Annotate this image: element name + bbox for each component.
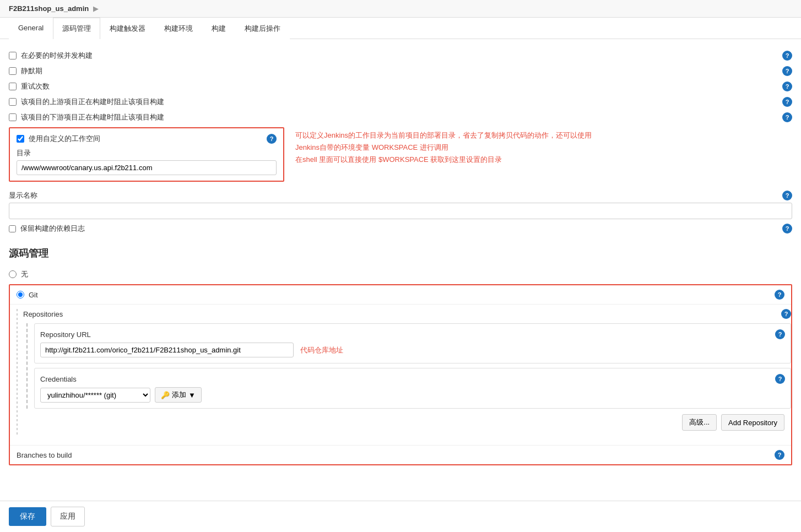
help-icon-3[interactable]: ? [782,82,792,91]
workspace-annotation-wrapper: 使用自定义的工作空间 ? 目录 可以定义Jenkins的工作目录为当前项目的部署… [9,125,792,184]
help-icon-workspace[interactable]: ? [267,134,277,144]
radio-none-label: 无 [21,269,28,279]
repositories-label: Repositories [23,310,63,318]
tab-env[interactable]: 构建环境 [155,18,202,39]
retain-logs-checkbox[interactable] [9,225,16,232]
advanced-button[interactable]: 高级... [682,414,717,431]
radio-git[interactable] [17,291,24,298]
workspace-section-wrapper: 使用自定义的工作空间 ? 目录 [9,125,284,184]
apply-button[interactable]: 应用 [51,507,85,509]
tab-general[interactable]: General [9,18,53,39]
checkbox-4-label: 该项目的上游项目正在构建时阻止该项目构建 [21,97,164,107]
annotation-line1: 可以定义Jenkins的工作目录为当前项目的部署目录，省去了复制拷贝代码的动作，… [295,131,592,139]
retain-logs-label: 保留构建的依赖日志 [20,224,85,234]
tab-triggers[interactable]: 构建触发器 [100,18,155,39]
credentials-label: Credentials ? [40,374,785,384]
branches-to-build-label: Branches to build [17,451,72,459]
annotation-text: 可以定义Jenkins的工作目录为当前项目的部署目录，省去了复制拷贝代码的动作，… [295,129,792,166]
repo-url-annotation: 代码仓库地址 [300,345,343,355]
display-name-label: 显示名称 ? [9,191,792,200]
repo-url-input[interactable] [40,343,294,357]
git-vert-line [17,309,18,436]
checkbox-5-label: 该项目的下游项目正在构建时阻止该项目构建 [21,112,164,122]
help-icon-retain[interactable]: ? [782,224,792,234]
display-name-input[interactable] [9,203,792,219]
help-icon-5[interactable]: ? [782,112,792,122]
workspace-checkbox-label: 使用自定义的工作空间 [29,134,100,144]
repositories-header: Repositories ? [23,309,791,319]
checkbox-1-label: 在必要的时候并发构建 [21,51,93,61]
checkbox-row-2: 静默期 ? [9,63,792,79]
bottom-action-bar: 保存 应用 [0,501,801,509]
help-icon-1[interactable]: ? [782,51,792,61]
help-icon-credentials[interactable]: ? [775,374,785,384]
repo-url-wrapper: 代码仓库地址 [40,343,785,357]
breadcrumb-title[interactable]: F2B211shop_us_admin [9,4,89,13]
tab-post[interactable]: 构建后操作 [235,18,290,39]
add-btn-label: 添加 [172,390,186,400]
workspace-checkbox[interactable] [17,135,24,143]
radio-none-row: 无 [9,267,792,282]
key-icon: 🔑 [161,391,170,399]
help-icon-2[interactable]: ? [782,66,792,76]
add-repository-button[interactable]: Add Repository [721,414,784,431]
add-dropdown-arrow: ▼ [188,391,196,399]
bottom-spacer [9,468,792,501]
git-label: Git [29,291,38,299]
workspace-annotation: 可以定义Jenkins的工作目录为当前项目的部署目录，省去了复制拷贝代码的动作，… [295,125,792,166]
repo-url-label: Repository URL ? [40,329,785,339]
breadcrumb: F2B211shop_us_admin ▶ [0,0,801,18]
workspace-dir-input[interactable] [17,160,277,175]
tab-build[interactable]: 构建 [202,18,235,39]
tabs-bar: General 源码管理 构建触发器 构建环境 构建 构建后操作 [0,18,801,39]
annotation-line3: 在shell 里面可以直接使用 $WORKSPACE 获取到这里设置的目录 [295,155,502,164]
checkbox-5[interactable] [9,113,17,121]
add-credentials-button[interactable]: 🔑 添加 ▼ [155,387,202,403]
radio-none[interactable] [9,270,17,278]
checkbox-2[interactable] [9,67,17,75]
help-icon-branches[interactable]: ? [775,450,784,460]
credentials-box: Credentials ? yulinzhihou/****** (git) 🔑… [34,368,791,409]
repo-subsection: Repository URL ? 代码仓库地址 Credentials ? [26,323,791,409]
branches-to-build-row: Branches to build ? [10,445,791,464]
help-icon-repositories[interactable]: ? [781,309,791,319]
workspace-section: 使用自定义的工作空间 ? 目录 [9,127,284,182]
checkbox-row-1: 在必要的时候并发构建 ? [9,48,792,63]
workspace-dir-label: 目录 [17,148,277,158]
checkbox-3-label: 重试次数 [21,82,50,91]
git-inner: Repositories ? Repository URL ? 代码仓库地址 [23,309,791,436]
help-icon-repo-url[interactable]: ? [775,329,785,339]
help-icon-4[interactable]: ? [782,97,792,107]
main-content: 在必要的时候并发构建 ? 静默期 ? 重试次数 ? 该项目的上游项目正在构建时阻… [0,39,801,509]
git-header: Git ? [10,285,791,305]
breadcrumb-arrow: ▶ [93,4,99,13]
credentials-select[interactable]: yulinzhihou/****** (git) [40,388,150,403]
save-button[interactable]: 保存 [9,507,46,509]
checkbox-row-4: 该项目的上游项目正在构建时阻止该项目构建 ? [9,94,792,110]
help-icon-git[interactable]: ? [775,290,784,300]
git-content: Repositories ? Repository URL ? 代码仓库地址 [10,305,791,441]
repo-url-box: Repository URL ? 代码仓库地址 [34,323,791,363]
checkbox-2-label: 静默期 [21,66,42,76]
checkbox-3[interactable] [9,83,17,90]
annotation-line2: Jenkins自带的环境变量 WORKSPACE 进行调用 [295,143,448,151]
credentials-controls: yulinzhihou/****** (git) 🔑 添加 ▼ [40,387,785,403]
workspace-checkbox-row: 使用自定义的工作空间 ? [17,134,277,144]
display-name-section: 显示名称 ? [9,191,792,219]
tab-scm[interactable]: 源码管理 [53,18,100,39]
checkbox-1[interactable] [9,52,17,59]
help-icon-display[interactable]: ? [782,191,792,200]
checkbox-row-3: 重试次数 ? [9,79,792,94]
retain-logs-row: 保留构建的依赖日志 ? [9,219,792,238]
scm-heading: 源码管理 [9,247,792,260]
checkbox-row-5: 该项目的下游项目正在构建时阻止该项目构建 ? [9,110,792,125]
git-bottom-buttons: 高级... Add Repository [23,409,791,436]
checkbox-4[interactable] [9,98,17,106]
git-section: Git ? Repositories ? Repository URL ? [9,284,792,465]
